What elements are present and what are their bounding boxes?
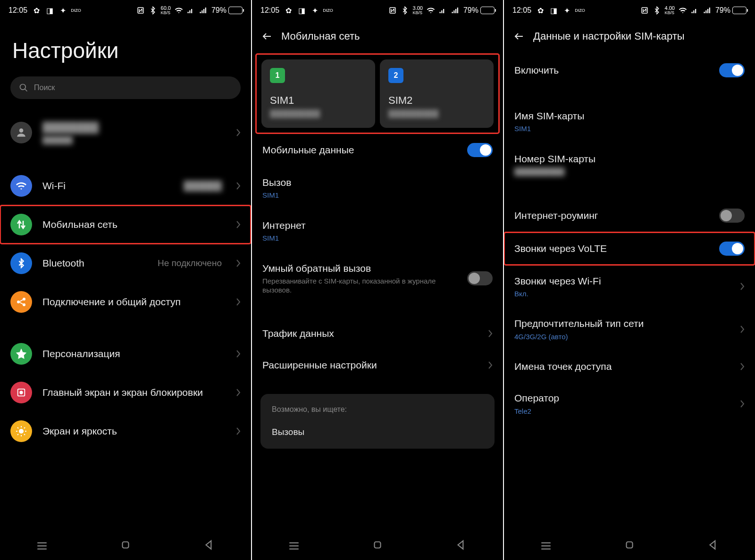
pers-label: Персонализация (42, 347, 226, 360)
svg-point-7 (20, 391, 23, 394)
personalization-icon (10, 343, 32, 365)
mobile-data-toggle[interactable] (467, 143, 493, 157)
suggest-item[interactable]: Вызовы (272, 427, 483, 437)
nfc-icon (640, 6, 649, 15)
recents-button[interactable] (288, 539, 300, 551)
chevron-right-icon (740, 282, 745, 291)
wifi-call-label: Звонки через Wi-Fi (514, 275, 733, 287)
back-button[interactable] (203, 539, 215, 551)
smart-callback-row[interactable]: Умный обратный вызов Перезванивайте с SI… (252, 252, 503, 304)
sim-name-label: Имя SIM-карты (514, 109, 745, 122)
back-icon[interactable] (513, 31, 525, 42)
signal-icon (439, 6, 447, 15)
wifi-call-row[interactable]: Звонки через Wi-Fi Вкл. (504, 265, 755, 308)
sim-number-label: Номер SIM-карты (514, 152, 745, 165)
home-screen-row[interactable]: Главный экран и экран блокировки (0, 373, 251, 412)
apn-label: Имена точек доступа (514, 360, 733, 373)
share-label: Подключение и общий доступ (42, 295, 226, 308)
status-bar: 12:05 ✿ ◨ ✦ DIZO 3.00KB/S 79% (252, 0, 503, 21)
wifi-value: ██████ (184, 181, 222, 191)
navbar (504, 533, 755, 560)
enable-label: Включить (514, 64, 713, 76)
net-type-label: Предпочтительный тип сети (514, 317, 733, 330)
sim-cards: 1 SIM1 ██████████ 2 SIM2 ██████████ (258, 56, 497, 132)
personalization-row[interactable]: Персонализация (0, 334, 251, 373)
mobile-network-row[interactable]: Мобильная сеть (0, 205, 251, 244)
screen-sim-settings: 12:05 ✿ ◨ ✦ DIZO 4.00KB/S 79% Данные и н… (504, 0, 755, 560)
back-icon[interactable] (261, 31, 273, 42)
status-app-icon: DIZO (576, 6, 584, 15)
enable-row[interactable]: Включить (504, 54, 755, 87)
svg-point-2 (19, 129, 24, 133)
roaming-label: Интернет-роуминг (514, 209, 713, 222)
home-button[interactable] (371, 539, 384, 551)
share-icon (10, 291, 32, 313)
wifi-row[interactable]: Wi-Fi ██████ (0, 167, 251, 205)
share-row[interactable]: Подключение и общий доступ (0, 283, 251, 321)
home-button[interactable] (623, 539, 636, 551)
bluetooth-icon (149, 6, 157, 15)
operator-row[interactable]: Оператор Tele2 (504, 382, 755, 425)
bluetooth-row[interactable]: Bluetooth Не подключено (0, 244, 251, 283)
signal-icon (691, 6, 699, 15)
back-button[interactable] (455, 539, 467, 551)
sim1-card[interactable]: 1 SIM1 ██████████ (261, 59, 375, 128)
status-app-icon: ✦ (562, 6, 571, 15)
advanced-row[interactable]: Расширенные настройки (252, 349, 503, 381)
home-button[interactable] (119, 539, 132, 551)
sim2-card[interactable]: 2 SIM2 ██████████ (380, 59, 494, 128)
volte-row[interactable]: Звонки через VoLTE (504, 232, 755, 265)
signal-icon (703, 6, 712, 15)
screen-mobile-network: 12:05 ✿ ◨ ✦ DIZO 3.00KB/S 79% Мобильная … (252, 0, 503, 560)
wifi-call-value: Вкл. (514, 289, 733, 299)
sim2-name: SIM2 (388, 94, 485, 107)
recents-button[interactable] (540, 539, 552, 551)
navbar (252, 533, 503, 560)
page-title: Мобильная сеть (281, 30, 360, 42)
back-button[interactable] (707, 539, 719, 551)
chevron-right-icon (488, 361, 493, 369)
suggest-title: Возможно, вы ищете: (272, 405, 483, 414)
sim-name-row[interactable]: Имя SIM-карты SIM1 (504, 100, 755, 143)
sim1-number: ██████████ (270, 109, 367, 117)
call-row[interactable]: Вызов SIM1 (252, 167, 503, 209)
enable-toggle[interactable] (719, 63, 745, 77)
status-bar: 12:05 ✿ ◨ ✦ DIZO 60.0KB/S 79% (0, 0, 251, 21)
search-placeholder: Поиск (34, 84, 55, 92)
sim1-chip-icon: 1 (270, 68, 285, 83)
chevron-right-icon (740, 362, 745, 371)
chevron-right-icon (236, 128, 241, 137)
display-row[interactable]: Экран и яркость (0, 412, 251, 451)
battery-indicator: 79% (715, 6, 747, 15)
volte-toggle[interactable] (719, 242, 745, 256)
status-app-icon: ◨ (297, 6, 306, 15)
chevron-right-icon (236, 182, 241, 190)
volte-label: Звонки через VoLTE (514, 242, 713, 255)
net-speed: 60.0KB/S (161, 6, 171, 15)
mobile-data-row[interactable]: Мобильные данные (252, 134, 503, 167)
mobile-label: Мобильная сеть (42, 218, 226, 231)
traffic-row[interactable]: Трафик данных (252, 318, 503, 349)
sim-cards-highlight: 1 SIM1 ██████████ 2 SIM2 ██████████ (256, 54, 499, 134)
profile-name: ████████ (42, 121, 226, 134)
status-app-icon: ◨ (45, 6, 54, 15)
svg-point-8 (19, 429, 24, 434)
smart-callback-toggle[interactable] (467, 271, 493, 285)
chevron-right-icon (740, 400, 745, 408)
sim-number-row[interactable]: Номер SIM-карты ██████████ (504, 143, 755, 186)
profile-row[interactable]: ████████ ██████ (0, 112, 251, 153)
wifi-icon (679, 6, 687, 15)
screen-header: Данные и настройки SIM-карты (504, 21, 755, 54)
search-input[interactable]: Поиск (10, 76, 241, 99)
roaming-row[interactable]: Интернет-роуминг (504, 199, 755, 232)
apn-row[interactable]: Имена точек доступа (504, 351, 755, 382)
status-time: 12:05 (8, 6, 27, 15)
net-type-row[interactable]: Предпочтительный тип сети 4G/3G/2G (авто… (504, 308, 755, 351)
svg-rect-11 (374, 542, 380, 548)
bluetooth-icon (401, 6, 409, 15)
internet-row[interactable]: Интернет SIM1 (252, 209, 503, 252)
home-screen-icon (10, 382, 32, 403)
smart-callback-label: Умный обратный вызов (262, 262, 461, 275)
recents-button[interactable] (36, 539, 48, 551)
roaming-toggle[interactable] (719, 209, 745, 223)
